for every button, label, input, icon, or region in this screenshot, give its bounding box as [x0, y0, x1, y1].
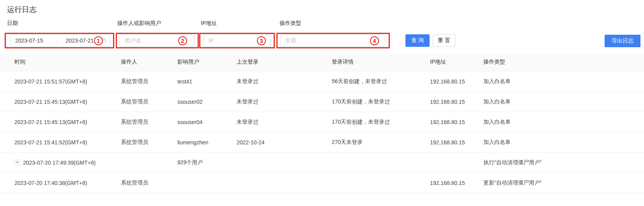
cell-operation_type: 加入白名单: [483, 78, 644, 85]
cell-text: 系统管理员: [121, 98, 148, 105]
cell-text: 系统管理员: [121, 179, 148, 186]
user-filter-label: 操作人或影响用户: [117, 20, 161, 27]
column-header: 操作类型: [483, 59, 644, 66]
cell-text: ssouser02: [177, 99, 203, 105]
cell-time: 2023-07-21 15:41:52(GMT+8): [14, 139, 121, 146]
cell-text: 系统管理员: [121, 119, 148, 126]
cell-time: +2023-07-20 17:49:39(GMT+8): [14, 160, 121, 166]
cell-last_login: 未登录过: [237, 98, 332, 105]
export-log-button[interactable]: 导出日志: [605, 35, 640, 47]
table-row: 2023-07-21 15:45:13(GMT+8)系统管理员ssouser04…: [0, 112, 644, 132]
cell-text: 192.168.80.15: [430, 119, 465, 125]
cell-operation_type: 加入白名单: [483, 119, 644, 126]
cell-affected_user: ssouser04: [177, 119, 237, 125]
table-row: 2023-07-21 15:51:57(GMT+8)系统管理员test41未登录…: [0, 71, 644, 92]
ip-search-input[interactable]: [203, 34, 271, 47]
cell-ip: 192.168.80.15: [430, 99, 483, 105]
table-row: +2023-07-20 17:49:39(GMT+8)929个用户执行“自动清理…: [0, 153, 644, 173]
cell-login_details: 270天未登录: [332, 139, 430, 146]
cell-text: 未登录过: [237, 98, 258, 105]
cell-last_login: 未登录过: [237, 119, 332, 126]
operation-log-page: 运行日志 日期 操作人或影响用户 IP地址 操作类型 2023-07-15 → …: [0, 0, 644, 206]
range-arrow-icon: →: [53, 37, 59, 44]
log-table: 时间操作人影响用户上次登录登录详情IP地址操作类型 2023-07-21 15:…: [0, 53, 644, 193]
user-search-input[interactable]: [120, 34, 194, 47]
cell-login_details: 170天前创建，未登录过: [332, 98, 430, 105]
column-header: IP地址: [430, 59, 483, 66]
cell-text: 2023-07-21 15:45:13(GMT+8): [14, 119, 87, 125]
cell-operation_type: 执行“自动清理僵尸用户”: [483, 159, 644, 166]
calendar-icon: [101, 38, 106, 43]
date-start-value[interactable]: 2023-07-15: [15, 37, 43, 44]
table-row: 2023-07-21 15:41:52(GMT+8)系统管理员liumengzh…: [0, 132, 644, 153]
column-header: 登录详情: [332, 59, 430, 66]
cell-text: 192.168.80.15: [430, 139, 465, 146]
cell-text: ssouser04: [177, 119, 203, 125]
cell-text: 2023-07-20 17:40:38(GMT+8): [14, 180, 87, 186]
cell-text: 更新“自动清理僵尸用户”: [483, 179, 541, 186]
cell-time: 2023-07-21 15:45:13(GMT+8): [14, 119, 121, 125]
cell-text: 执行“自动清理僵尸用户”: [483, 159, 541, 166]
cell-text: 未登录过: [237, 78, 258, 85]
table-row: 2023-07-20 17:40:38(GMT+8)系统管理员192.168.8…: [0, 173, 644, 193]
column-header: 操作人: [121, 59, 177, 66]
cell-text: 系统管理员: [121, 139, 148, 146]
cell-login_details: 170天前创建，未登录过: [332, 119, 430, 126]
column-header: 上次登录: [237, 59, 332, 66]
operation-type-value: 全部: [285, 37, 296, 44]
table-body: 2023-07-21 15:51:57(GMT+8)系统管理员test41未登录…: [0, 71, 644, 193]
cell-operator: 系统管理员: [121, 119, 177, 126]
cell-affected_user: 929个用户: [177, 159, 237, 166]
page-title: 运行日志: [7, 5, 37, 15]
date-range-picker[interactable]: 2023-07-15 → 2023-07-21: [10, 34, 110, 47]
cell-text: 2023-07-21 15:45:13(GMT+8): [14, 99, 87, 105]
cell-text: 2023-07-20 17:49:39(GMT+8): [23, 160, 96, 166]
cell-ip: 192.168.80.15: [430, 78, 483, 85]
cell-text: 929个用户: [177, 159, 203, 166]
cell-text: test41: [177, 78, 192, 85]
column-header: 时间: [14, 59, 121, 66]
ip-filter-label: IP地址: [201, 20, 217, 27]
cell-text: 170天前创建，未登录过: [332, 98, 390, 105]
cell-login_details: 56天前创建，未登录过: [332, 78, 430, 85]
cell-ip: 192.168.80.15: [430, 119, 483, 125]
cell-last_login: 未登录过: [237, 78, 332, 85]
cell-text: 192.168.80.15: [430, 180, 465, 186]
cell-text: 270天未登录: [332, 139, 363, 146]
cell-text: 加入白名单: [483, 139, 511, 146]
date-end-value[interactable]: 2023-07-21: [66, 37, 94, 44]
cell-ip: 192.168.80.15: [430, 180, 483, 186]
cell-text: 192.168.80.15: [430, 78, 465, 85]
cell-text: 未登录过: [237, 119, 258, 126]
cell-operator: 系统管理员: [121, 139, 177, 146]
cell-time: 2023-07-20 17:40:38(GMT+8): [14, 180, 121, 186]
cell-operation_type: 加入白名单: [483, 139, 644, 146]
cell-text: 2023-07-21 15:41:52(GMT+8): [14, 139, 87, 146]
cell-text: 2023-07-21 15:51:57(GMT+8): [14, 78, 87, 85]
cell-operator: 系统管理员: [121, 78, 177, 85]
type-filter-label: 操作类型: [280, 20, 301, 27]
cell-operator: 系统管理员: [121, 98, 177, 105]
cell-last_login: 2022-10-24: [237, 139, 332, 146]
cell-time: 2023-07-21 15:51:57(GMT+8): [14, 78, 121, 85]
cell-text: 加入白名单: [483, 78, 511, 85]
table-header-row: 时间操作人影响用户上次登录登录详情IP地址操作类型: [0, 53, 644, 71]
operation-type-select[interactable]: 全部: [280, 34, 385, 47]
cell-text: 加入白名单: [483, 98, 511, 105]
cell-time: 2023-07-21 15:45:13(GMT+8): [14, 99, 121, 105]
cell-text: 系统管理员: [121, 78, 148, 85]
cell-text: 加入白名单: [483, 119, 511, 126]
cell-text: 192.168.80.15: [430, 99, 465, 105]
search-button[interactable]: 查 询: [405, 34, 430, 47]
cell-text: liumengzhen: [177, 139, 208, 146]
date-filter-label: 日期: [7, 20, 18, 27]
reset-button[interactable]: 重 置: [433, 34, 455, 47]
cell-text: 56天前创建，未登录过: [332, 78, 387, 85]
cell-operator: 系统管理员: [121, 179, 177, 186]
cell-affected_user: liumengzhen: [177, 139, 237, 146]
cell-text: 170天前创建，未登录过: [332, 119, 390, 126]
cell-ip: 192.168.80.15: [430, 139, 483, 146]
column-header: 影响用户: [177, 59, 237, 66]
expand-row-button[interactable]: +: [14, 160, 20, 165]
cell-affected_user: test41: [177, 78, 237, 85]
